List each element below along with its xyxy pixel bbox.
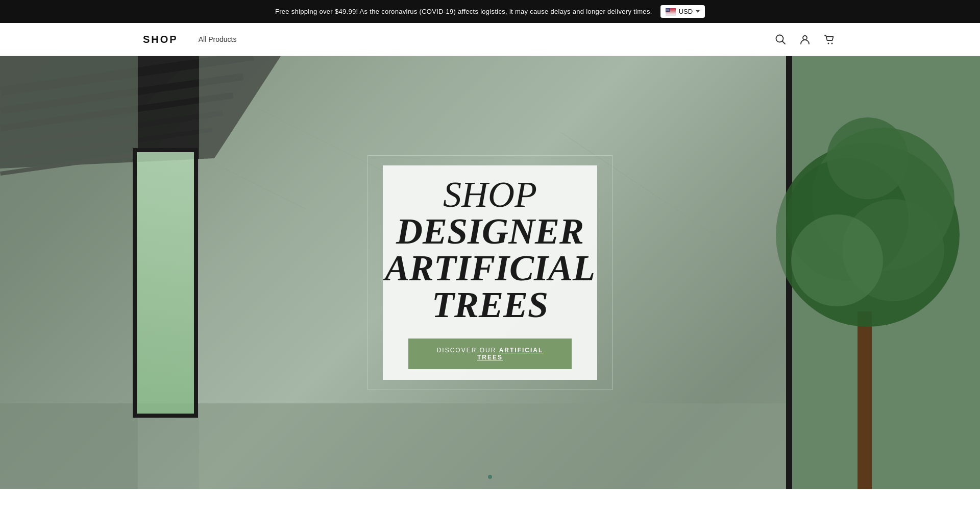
account-icon bbox=[799, 34, 811, 45]
hero-heading-line1: SHOP bbox=[385, 176, 595, 213]
hero-heading-line2: DESIGNER bbox=[385, 213, 595, 250]
announcement-bar: Free shipping over $49.99! As the corona… bbox=[0, 0, 980, 23]
svg-point-26 bbox=[666, 11, 666, 11]
svg-rect-6 bbox=[666, 14, 676, 14]
svg-point-34 bbox=[828, 43, 829, 44]
hero-card: SHOP DESIGNER ARTIFICIAL TREES DISCOVER … bbox=[383, 165, 597, 380]
svg-rect-46 bbox=[133, 148, 137, 414]
svg-line-32 bbox=[782, 41, 786, 44]
svg-point-16 bbox=[668, 9, 669, 10]
svg-point-23 bbox=[667, 10, 667, 11]
svg-point-19 bbox=[667, 10, 668, 10]
hero-heading-line4: TREES bbox=[385, 286, 595, 323]
svg-point-29 bbox=[668, 11, 668, 11]
svg-point-61 bbox=[791, 214, 883, 306]
cart-button[interactable] bbox=[822, 32, 837, 47]
svg-rect-4 bbox=[666, 12, 676, 12]
search-icon bbox=[775, 34, 786, 45]
carousel-dots bbox=[488, 475, 492, 479]
svg-point-24 bbox=[667, 10, 668, 11]
svg-point-30 bbox=[668, 11, 669, 11]
nav-icons bbox=[773, 32, 837, 47]
svg-rect-51 bbox=[137, 152, 194, 414]
cta-prefix: DISCOVER OUR bbox=[437, 347, 499, 354]
svg-rect-5 bbox=[666, 13, 676, 13]
cart-icon bbox=[824, 34, 835, 45]
hero-card-outer: SHOP DESIGNER ARTIFICIAL TREES DISCOVER … bbox=[368, 155, 612, 390]
svg-point-18 bbox=[667, 10, 667, 10]
svg-point-20 bbox=[668, 10, 668, 10]
flag-icon bbox=[666, 8, 676, 15]
svg-point-9 bbox=[667, 8, 667, 9]
nav-links: All Products bbox=[199, 35, 773, 43]
svg-point-25 bbox=[668, 10, 669, 11]
nav-link-all-products[interactable]: All Products bbox=[199, 35, 237, 43]
search-button[interactable] bbox=[773, 32, 788, 47]
svg-rect-49 bbox=[133, 414, 198, 418]
svg-point-15 bbox=[667, 9, 668, 10]
svg-rect-45 bbox=[0, 56, 138, 489]
announcement-text: Free shipping over $49.99! As the corona… bbox=[275, 8, 652, 15]
svg-point-10 bbox=[667, 8, 668, 9]
hero-heading-line3: ARTIFICIAL bbox=[385, 250, 595, 286]
svg-rect-47 bbox=[194, 148, 198, 414]
site-logo[interactable]: SHOP bbox=[143, 34, 178, 45]
navigation: SHOP All Products bbox=[0, 23, 980, 56]
svg-rect-56 bbox=[857, 311, 872, 489]
svg-point-17 bbox=[666, 10, 666, 10]
svg-point-28 bbox=[667, 11, 668, 11]
svg-point-27 bbox=[667, 11, 667, 11]
svg-point-21 bbox=[668, 10, 669, 10]
hero-cta-button[interactable]: DISCOVER OUR ARTIFICIAL TREES bbox=[408, 339, 572, 369]
chevron-down-icon bbox=[696, 10, 700, 13]
account-button[interactable] bbox=[797, 32, 813, 47]
svg-point-35 bbox=[831, 43, 833, 44]
svg-point-8 bbox=[666, 8, 666, 9]
carousel-dot-1[interactable] bbox=[488, 475, 492, 479]
svg-point-14 bbox=[667, 9, 667, 10]
svg-rect-48 bbox=[133, 148, 198, 152]
hero-heading: SHOP DESIGNER ARTIFICIAL TREES bbox=[385, 176, 595, 323]
hero-section: SHOP DESIGNER ARTIFICIAL TREES DISCOVER … bbox=[0, 56, 980, 489]
currency-label: USD bbox=[679, 8, 693, 15]
svg-point-22 bbox=[666, 10, 667, 11]
svg-point-13 bbox=[666, 9, 667, 10]
svg-point-62 bbox=[827, 117, 909, 199]
svg-point-11 bbox=[668, 8, 668, 9]
svg-point-12 bbox=[668, 8, 669, 9]
currency-selector[interactable]: USD bbox=[660, 5, 705, 18]
svg-point-33 bbox=[803, 36, 807, 40]
